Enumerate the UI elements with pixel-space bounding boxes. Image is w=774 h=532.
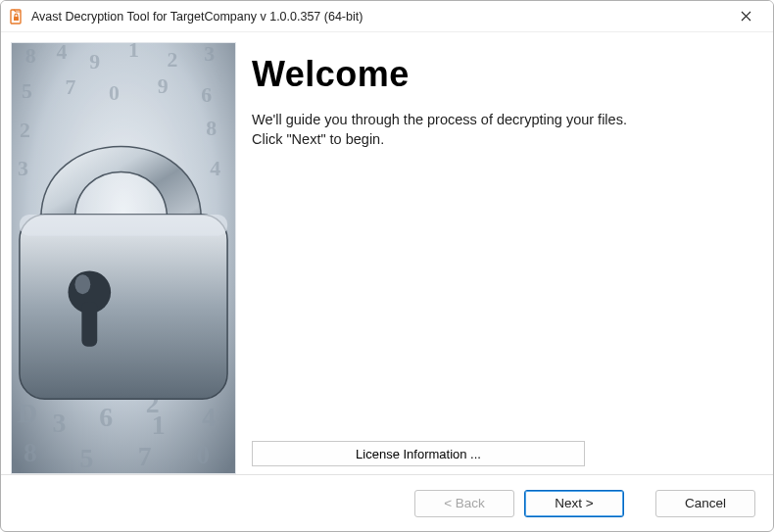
- next-button[interactable]: Next >: [524, 490, 624, 517]
- dialog-window: Avast Decryption Tool for TargetCompany …: [0, 0, 774, 532]
- svg-text:6: 6: [99, 402, 113, 432]
- svg-text:8: 8: [25, 44, 36, 68]
- cancel-button[interactable]: Cancel: [655, 490, 755, 517]
- app-lock-icon: [9, 9, 24, 24]
- svg-text:3: 3: [18, 157, 28, 180]
- svg-rect-28: [20, 215, 227, 399]
- svg-text:8: 8: [24, 437, 37, 467]
- back-button: < Back: [414, 490, 514, 517]
- svg-text:9: 9: [89, 50, 100, 73]
- intro-line-1: We'll guide you through the process of d…: [252, 111, 750, 130]
- side-illustration: 849 123 570 96 28 43 D36 124 857 0: [11, 42, 236, 474]
- svg-text:3: 3: [204, 43, 215, 66]
- svg-text:4: 4: [202, 402, 216, 432]
- content-pane: Welcome We'll guide you through the proc…: [246, 42, 763, 474]
- svg-text:4: 4: [210, 157, 220, 180]
- close-button[interactable]: [724, 2, 767, 31]
- svg-rect-31: [81, 302, 97, 347]
- dialog-body: 849 123 570 96 28 43 D36 124 857 0: [1, 32, 773, 474]
- window-title: Avast Decryption Tool for TargetCompany …: [31, 10, 724, 24]
- intro-line-2: Click "Next" to begin.: [252, 130, 750, 150]
- page-heading: Welcome: [252, 54, 750, 95]
- svg-text:D: D: [18, 398, 37, 428]
- svg-text:3: 3: [53, 408, 67, 438]
- svg-text:4: 4: [57, 43, 68, 64]
- titlebar: Avast Decryption Tool for TargetCompany …: [1, 1, 773, 32]
- svg-text:6: 6: [201, 83, 212, 107]
- dialog-footer: < Back Next > Cancel: [1, 474, 773, 531]
- svg-text:1: 1: [128, 43, 139, 62]
- svg-text:5: 5: [79, 443, 93, 473]
- svg-text:7: 7: [138, 441, 152, 471]
- svg-text:2: 2: [168, 48, 178, 72]
- svg-rect-29: [20, 215, 227, 236]
- svg-text:5: 5: [22, 79, 32, 103]
- svg-rect-1: [14, 17, 19, 21]
- svg-point-32: [74, 274, 90, 294]
- svg-text:0: 0: [109, 81, 120, 105]
- svg-text:8: 8: [206, 117, 217, 140]
- license-info-button[interactable]: License Information ...: [252, 441, 585, 466]
- svg-text:9: 9: [158, 74, 169, 98]
- svg-text:7: 7: [66, 75, 76, 99]
- svg-text:2: 2: [20, 119, 30, 142]
- svg-text:0: 0: [196, 439, 210, 469]
